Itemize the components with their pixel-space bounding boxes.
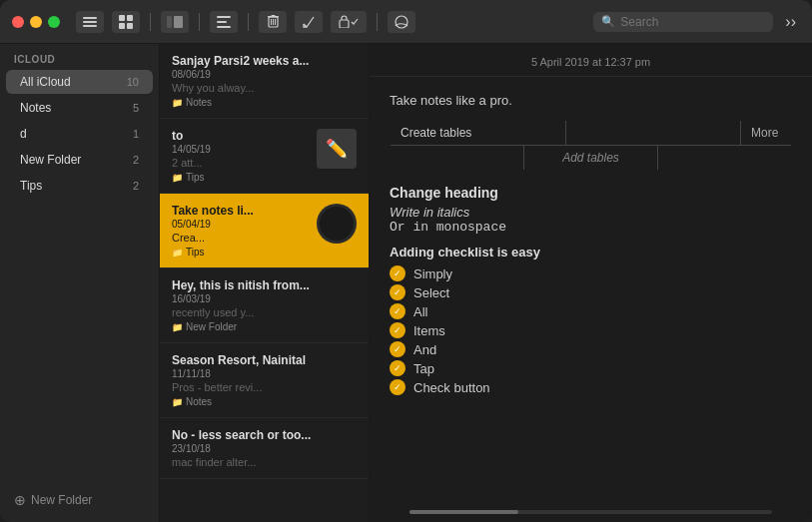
- sidebar-item-d[interactable]: d 1: [6, 122, 153, 146]
- separator4: [377, 13, 378, 31]
- svg-rect-18: [340, 20, 349, 28]
- new-folder-label: New Folder: [31, 493, 92, 507]
- titlebar: 🔍 ››: [0, 0, 812, 44]
- empty-cell2: [391, 146, 524, 170]
- change-heading: Change heading: [390, 185, 792, 201]
- folder-icon: 📁: [172, 322, 183, 332]
- more-button[interactable]: ››: [781, 13, 800, 31]
- check-icon: ✓: [390, 360, 406, 376]
- search-bar[interactable]: 🔍: [593, 12, 773, 32]
- check-icon: ✓: [390, 379, 406, 395]
- table-row: Add tables: [391, 146, 791, 170]
- check-icon: ✓: [390, 265, 406, 281]
- plus-icon: ⊕: [14, 492, 26, 508]
- empty-cell3: [658, 146, 791, 170]
- checklist-item: ✓ Items: [390, 322, 792, 338]
- note-tagline: Take notes like a pro.: [390, 93, 792, 108]
- close-button[interactable]: [12, 16, 24, 28]
- create-tables-cell: Create tables: [391, 121, 566, 145]
- grid-view-button[interactable]: [112, 11, 140, 33]
- scrollbar-thumb[interactable]: [409, 510, 518, 514]
- note-date: 5 April 2019 at 12:37 pm: [390, 56, 792, 68]
- svg-rect-0: [83, 17, 97, 19]
- check-icon: ✓: [390, 341, 406, 357]
- svg-rect-2: [83, 25, 97, 27]
- svg-rect-11: [217, 26, 231, 28]
- feature-table: Create tables More Add tables: [390, 120, 792, 171]
- table-row: Create tables More: [391, 121, 791, 146]
- list-item[interactable]: Sanjay Parsi2 weeks a... 08/06/19 Why yo…: [160, 44, 369, 119]
- note-with-thumb: to 14/05/19 2 att... 📁 Tips ✏️: [172, 129, 357, 183]
- svg-rect-6: [127, 23, 133, 29]
- check-icon: ✓: [390, 284, 406, 300]
- empty-cell: [566, 121, 742, 145]
- search-input[interactable]: [620, 15, 740, 29]
- checklist-item: ✓ Check button: [390, 379, 792, 395]
- scrollbar-area: [370, 504, 812, 522]
- svg-rect-10: [217, 21, 227, 23]
- folder-icon: 📁: [172, 397, 183, 407]
- sidebar-item-notes[interactable]: Notes 5: [6, 96, 153, 120]
- sidebar-item-new-folder[interactable]: New Folder 2: [6, 148, 153, 172]
- trash-button[interactable]: [259, 11, 287, 33]
- list-item[interactable]: No - less search or too... 23/10/18 mac …: [160, 418, 369, 479]
- list-item[interactable]: to 14/05/19 2 att... 📁 Tips ✏️: [160, 119, 369, 194]
- folder-icon: 📁: [172, 248, 183, 258]
- mono-text: Or in monospace: [390, 220, 792, 235]
- sidebar-item-tips[interactable]: Tips 2: [6, 174, 153, 198]
- note-thumbnail: [317, 204, 357, 244]
- svg-point-19: [396, 16, 407, 28]
- check-icon: ✓: [390, 322, 406, 338]
- checklist-heading: Adding checklist is easy: [390, 245, 792, 260]
- account-button[interactable]: [388, 11, 415, 33]
- svg-rect-14: [271, 15, 275, 17]
- sidebar: iCloud All iCloud 10 Notes 5 d 1 New Fol…: [0, 44, 160, 522]
- minimize-button[interactable]: [30, 16, 42, 28]
- main-content: iCloud All iCloud 10 Notes 5 d 1 New Fol…: [0, 44, 812, 522]
- fullscreen-button[interactable]: [48, 16, 60, 28]
- separator2: [199, 13, 200, 31]
- folder-icon: 📁: [172, 173, 183, 183]
- svg-rect-5: [119, 23, 125, 29]
- checklist-item: ✓ Tap: [390, 360, 792, 376]
- add-tables-cell[interactable]: Add tables: [524, 146, 658, 170]
- search-icon: 🔍: [601, 15, 615, 28]
- compose-button[interactable]: [295, 11, 323, 33]
- folder-icon: 📁: [172, 98, 183, 108]
- list-view-button[interactable]: [76, 11, 104, 33]
- separator: [150, 13, 151, 31]
- notes-list: Sanjay Parsi2 weeks a... 08/06/19 Why yo…: [160, 44, 370, 522]
- checklist-item: ✓ Select: [390, 284, 792, 300]
- new-folder-button[interactable]: ⊕ New Folder: [14, 492, 92, 508]
- scrollbar[interactable]: [409, 510, 772, 514]
- note-thumbnail: ✏️: [317, 129, 357, 169]
- sidebar-section: iCloud: [0, 44, 159, 69]
- svg-rect-9: [217, 16, 231, 18]
- sidebar-toggle-button[interactable]: [161, 11, 189, 33]
- note-detail: 5 April 2019 at 12:37 pm Take notes like…: [370, 44, 812, 522]
- note-detail-header: 5 April 2019 at 12:37 pm: [370, 44, 812, 77]
- checklist-item: ✓ All: [390, 303, 792, 319]
- list-item[interactable]: Hey, this is nitish from... 16/03/19 rec…: [160, 268, 369, 343]
- svg-rect-3: [119, 15, 125, 21]
- svg-rect-4: [127, 15, 133, 21]
- italic-text: Write in italics: [390, 205, 792, 220]
- note-with-thumb: Take notes li... 05/04/19 Crea... 📁 Tips: [172, 204, 357, 258]
- list-item[interactable]: Season Resort, Nainital 11/11/18 Pros - …: [160, 343, 369, 418]
- check-icon: ✓: [390, 303, 406, 319]
- svg-rect-1: [83, 21, 97, 23]
- list-item[interactable]: Take notes li... 05/04/19 Crea... 📁 Tips: [160, 194, 369, 268]
- more-button-cell[interactable]: More: [741, 121, 791, 145]
- separator3: [248, 13, 249, 31]
- checklist-item: ✓ Simply: [390, 265, 792, 281]
- lock-button[interactable]: [331, 11, 367, 33]
- sidebar-item-all-icloud[interactable]: All iCloud 10: [6, 70, 153, 94]
- notes-view-button[interactable]: [210, 11, 238, 33]
- sidebar-footer: ⊕ New Folder: [0, 482, 159, 522]
- traffic-lights: [12, 16, 60, 28]
- svg-rect-8: [174, 16, 183, 28]
- svg-rect-7: [167, 16, 172, 28]
- note-detail-body[interactable]: Take notes like a pro. Create tables Mor…: [370, 77, 812, 504]
- checklist-item: ✓ And: [390, 341, 792, 357]
